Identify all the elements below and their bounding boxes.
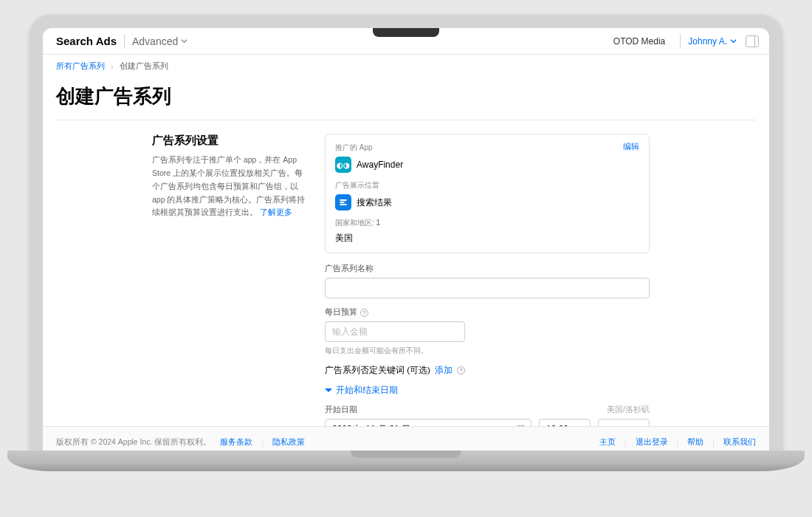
start-date-input[interactable] bbox=[325, 419, 531, 426]
help-icon[interactable]: ? bbox=[457, 366, 465, 374]
start-time-input[interactable] bbox=[539, 419, 591, 426]
campaign-name-input[interactable] bbox=[325, 278, 650, 298]
start-ampm-select[interactable]: AM bbox=[598, 419, 650, 426]
footer-home-link[interactable]: 主页 bbox=[599, 437, 616, 448]
page-title: 创建广告系列 bbox=[56, 83, 756, 120]
start-date-label: 开始日期 bbox=[325, 405, 357, 415]
brand: Search Ads bbox=[53, 35, 117, 47]
laptop-notch bbox=[373, 28, 439, 37]
card-app-name: AwayFinder bbox=[357, 160, 403, 170]
content-area: 创建广告系列 广告系列设置 广告系列专注于推广单个 app，并在 App Sto… bbox=[43, 78, 769, 426]
breadcrumb: 所有广告系列 › 创建广告系列 bbox=[43, 55, 769, 78]
daily-budget-input[interactable] bbox=[325, 321, 465, 342]
card-placement-label: 广告展示位置 bbox=[335, 180, 639, 191]
daily-budget-label: 每日预算 bbox=[325, 307, 357, 318]
user-menu[interactable]: Johnny A. bbox=[688, 36, 737, 47]
panel-toggle-icon[interactable] bbox=[746, 35, 759, 47]
footer-contact-link[interactable]: 联系我们 bbox=[723, 437, 756, 448]
laptop-base bbox=[7, 451, 805, 471]
divider bbox=[124, 35, 125, 48]
dates-disclosure-toggle[interactable]: 开始和结束日期 bbox=[325, 385, 650, 396]
app-icon: ◐◑ bbox=[335, 157, 351, 173]
add-negative-keywords-link[interactable]: 添加 bbox=[435, 365, 453, 376]
campaign-summary-card: 编辑 推广的 App ◐◑ AwayFinder 广告展示位置 搜索结果 bbox=[325, 134, 650, 253]
footer-help-link[interactable]: 帮助 bbox=[687, 437, 703, 448]
divider bbox=[680, 35, 681, 48]
budget-hint: 每日支出金额可能会有所不同。 bbox=[325, 346, 650, 356]
placement-icon bbox=[335, 194, 351, 210]
footer-logout-link[interactable]: 退出登录 bbox=[636, 437, 668, 448]
negative-keywords-label: 广告系列否定关键词 (可选) bbox=[325, 365, 430, 376]
section-title: 广告系列设置 bbox=[152, 134, 307, 148]
help-icon[interactable]: ? bbox=[360, 309, 368, 317]
chevron-down-icon bbox=[181, 38, 187, 44]
caret-down-icon bbox=[325, 388, 332, 392]
dates-toggle-label: 开始和结束日期 bbox=[336, 385, 398, 396]
section-description: 广告系列专注于推广单个 app，并在 App Store 上的某个展示位置投放相… bbox=[152, 154, 307, 219]
footer-terms-link[interactable]: 服务条款 bbox=[220, 437, 252, 448]
card-region-value: 美国 bbox=[335, 232, 639, 244]
edit-link[interactable]: 编辑 bbox=[623, 141, 639, 152]
card-region-label: 国家和地区: 1 bbox=[335, 218, 639, 228]
timezone-label: 美国/洛杉矶 bbox=[607, 405, 650, 415]
learn-more-link[interactable]: 了解更多 bbox=[260, 208, 292, 216]
user-name: Johnny A. bbox=[688, 36, 727, 47]
breadcrumb-separator-icon: › bbox=[111, 62, 114, 71]
brand-text: Search Ads bbox=[56, 35, 117, 47]
breadcrumb-current: 创建广告系列 bbox=[120, 61, 168, 72]
org-name: OTOD Media bbox=[613, 36, 665, 47]
campaign-name-label: 广告系列名称 bbox=[325, 264, 650, 274]
breadcrumb-root-link[interactable]: 所有广告系列 bbox=[56, 61, 105, 72]
card-app-label: 推广的 App bbox=[335, 143, 639, 153]
mode-selector[interactable]: Advanced bbox=[132, 35, 187, 47]
footer-privacy-link[interactable]: 隐私政策 bbox=[272, 437, 305, 448]
mode-label: Advanced bbox=[132, 35, 178, 47]
card-placement-value: 搜索结果 bbox=[357, 196, 392, 209]
chevron-down-icon bbox=[730, 38, 737, 44]
copyright: 版权所有 © 2024 Apple Inc. 保留所有权利。 bbox=[56, 437, 211, 448]
